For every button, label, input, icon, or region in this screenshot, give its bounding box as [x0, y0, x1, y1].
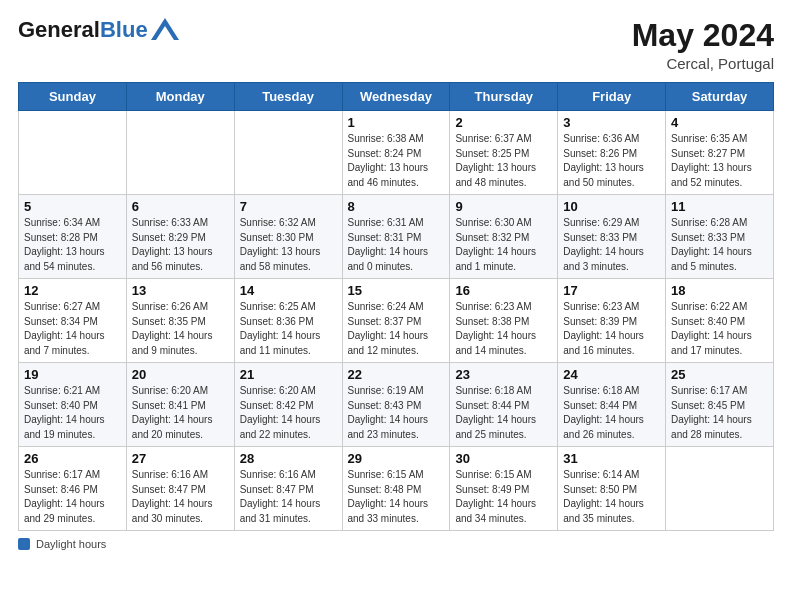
- day-number: 24: [563, 367, 660, 382]
- day-info: Sunrise: 6:20 AM Sunset: 8:42 PM Dayligh…: [240, 384, 337, 442]
- day-number: 31: [563, 451, 660, 466]
- day-number: 30: [455, 451, 552, 466]
- calendar-cell: 21Sunrise: 6:20 AM Sunset: 8:42 PM Dayli…: [234, 363, 342, 447]
- day-number: 7: [240, 199, 337, 214]
- calendar-cell: 29Sunrise: 6:15 AM Sunset: 8:48 PM Dayli…: [342, 447, 450, 531]
- calendar-cell: 6Sunrise: 6:33 AM Sunset: 8:29 PM Daylig…: [126, 195, 234, 279]
- calendar-cell: 18Sunrise: 6:22 AM Sunset: 8:40 PM Dayli…: [666, 279, 774, 363]
- day-info: Sunrise: 6:34 AM Sunset: 8:28 PM Dayligh…: [24, 216, 121, 274]
- day-number: 18: [671, 283, 768, 298]
- day-number: 27: [132, 451, 229, 466]
- calendar-header-friday: Friday: [558, 83, 666, 111]
- day-number: 23: [455, 367, 552, 382]
- calendar-cell: 19Sunrise: 6:21 AM Sunset: 8:40 PM Dayli…: [19, 363, 127, 447]
- calendar-cell: 9Sunrise: 6:30 AM Sunset: 8:32 PM Daylig…: [450, 195, 558, 279]
- page: GeneralBlue May 2024 Cercal, Portugal Su…: [0, 0, 792, 612]
- day-number: 21: [240, 367, 337, 382]
- logo-general: General: [18, 18, 100, 42]
- day-info: Sunrise: 6:20 AM Sunset: 8:41 PM Dayligh…: [132, 384, 229, 442]
- day-number: 28: [240, 451, 337, 466]
- logo: GeneralBlue: [18, 18, 179, 42]
- calendar-cell: [126, 111, 234, 195]
- calendar-table: SundayMondayTuesdayWednesdayThursdayFrid…: [18, 82, 774, 531]
- calendar-cell: [19, 111, 127, 195]
- day-info: Sunrise: 6:35 AM Sunset: 8:27 PM Dayligh…: [671, 132, 768, 190]
- calendar-header-monday: Monday: [126, 83, 234, 111]
- day-number: 29: [348, 451, 445, 466]
- day-info: Sunrise: 6:18 AM Sunset: 8:44 PM Dayligh…: [563, 384, 660, 442]
- calendar-cell: 22Sunrise: 6:19 AM Sunset: 8:43 PM Dayli…: [342, 363, 450, 447]
- day-number: 12: [24, 283, 121, 298]
- calendar-header-wednesday: Wednesday: [342, 83, 450, 111]
- calendar-cell: 1Sunrise: 6:38 AM Sunset: 8:24 PM Daylig…: [342, 111, 450, 195]
- day-number: 14: [240, 283, 337, 298]
- day-info: Sunrise: 6:22 AM Sunset: 8:40 PM Dayligh…: [671, 300, 768, 358]
- header: GeneralBlue May 2024 Cercal, Portugal: [18, 18, 774, 72]
- calendar-week-row: 12Sunrise: 6:27 AM Sunset: 8:34 PM Dayli…: [19, 279, 774, 363]
- day-info: Sunrise: 6:36 AM Sunset: 8:26 PM Dayligh…: [563, 132, 660, 190]
- footer-label: Daylight hours: [36, 538, 106, 550]
- day-number: 25: [671, 367, 768, 382]
- calendar-cell: 7Sunrise: 6:32 AM Sunset: 8:30 PM Daylig…: [234, 195, 342, 279]
- day-number: 2: [455, 115, 552, 130]
- day-info: Sunrise: 6:19 AM Sunset: 8:43 PM Dayligh…: [348, 384, 445, 442]
- day-number: 4: [671, 115, 768, 130]
- calendar-cell: 3Sunrise: 6:36 AM Sunset: 8:26 PM Daylig…: [558, 111, 666, 195]
- day-info: Sunrise: 6:21 AM Sunset: 8:40 PM Dayligh…: [24, 384, 121, 442]
- calendar-cell: 23Sunrise: 6:18 AM Sunset: 8:44 PM Dayli…: [450, 363, 558, 447]
- day-info: Sunrise: 6:23 AM Sunset: 8:38 PM Dayligh…: [455, 300, 552, 358]
- calendar-cell: [666, 447, 774, 531]
- calendar-week-row: 1Sunrise: 6:38 AM Sunset: 8:24 PM Daylig…: [19, 111, 774, 195]
- calendar-cell: 2Sunrise: 6:37 AM Sunset: 8:25 PM Daylig…: [450, 111, 558, 195]
- calendar-cell: [234, 111, 342, 195]
- day-info: Sunrise: 6:14 AM Sunset: 8:50 PM Dayligh…: [563, 468, 660, 526]
- day-number: 8: [348, 199, 445, 214]
- day-info: Sunrise: 6:30 AM Sunset: 8:32 PM Dayligh…: [455, 216, 552, 274]
- calendar-header-sunday: Sunday: [19, 83, 127, 111]
- day-info: Sunrise: 6:26 AM Sunset: 8:35 PM Dayligh…: [132, 300, 229, 358]
- calendar-header-thursday: Thursday: [450, 83, 558, 111]
- day-info: Sunrise: 6:24 AM Sunset: 8:37 PM Dayligh…: [348, 300, 445, 358]
- day-number: 22: [348, 367, 445, 382]
- day-number: 19: [24, 367, 121, 382]
- calendar-cell: 27Sunrise: 6:16 AM Sunset: 8:47 PM Dayli…: [126, 447, 234, 531]
- logo-icon: [151, 18, 179, 40]
- day-info: Sunrise: 6:29 AM Sunset: 8:33 PM Dayligh…: [563, 216, 660, 274]
- calendar-cell: 24Sunrise: 6:18 AM Sunset: 8:44 PM Dayli…: [558, 363, 666, 447]
- day-number: 6: [132, 199, 229, 214]
- location: Cercal, Portugal: [632, 55, 774, 72]
- day-info: Sunrise: 6:27 AM Sunset: 8:34 PM Dayligh…: [24, 300, 121, 358]
- calendar-week-row: 5Sunrise: 6:34 AM Sunset: 8:28 PM Daylig…: [19, 195, 774, 279]
- day-number: 26: [24, 451, 121, 466]
- calendar-cell: 30Sunrise: 6:15 AM Sunset: 8:49 PM Dayli…: [450, 447, 558, 531]
- day-number: 13: [132, 283, 229, 298]
- day-info: Sunrise: 6:18 AM Sunset: 8:44 PM Dayligh…: [455, 384, 552, 442]
- day-number: 10: [563, 199, 660, 214]
- day-number: 17: [563, 283, 660, 298]
- calendar-cell: 28Sunrise: 6:16 AM Sunset: 8:47 PM Dayli…: [234, 447, 342, 531]
- calendar-cell: 31Sunrise: 6:14 AM Sunset: 8:50 PM Dayli…: [558, 447, 666, 531]
- calendar-cell: 12Sunrise: 6:27 AM Sunset: 8:34 PM Dayli…: [19, 279, 127, 363]
- calendar-week-row: 26Sunrise: 6:17 AM Sunset: 8:46 PM Dayli…: [19, 447, 774, 531]
- calendar-header-tuesday: Tuesday: [234, 83, 342, 111]
- day-info: Sunrise: 6:32 AM Sunset: 8:30 PM Dayligh…: [240, 216, 337, 274]
- day-info: Sunrise: 6:38 AM Sunset: 8:24 PM Dayligh…: [348, 132, 445, 190]
- day-info: Sunrise: 6:28 AM Sunset: 8:33 PM Dayligh…: [671, 216, 768, 274]
- calendar-cell: 20Sunrise: 6:20 AM Sunset: 8:41 PM Dayli…: [126, 363, 234, 447]
- calendar-cell: 10Sunrise: 6:29 AM Sunset: 8:33 PM Dayli…: [558, 195, 666, 279]
- calendar-week-row: 19Sunrise: 6:21 AM Sunset: 8:40 PM Dayli…: [19, 363, 774, 447]
- daylight-indicator: [18, 538, 30, 550]
- calendar-cell: 4Sunrise: 6:35 AM Sunset: 8:27 PM Daylig…: [666, 111, 774, 195]
- day-number: 9: [455, 199, 552, 214]
- logo-blue: Blue: [100, 18, 148, 42]
- day-number: 3: [563, 115, 660, 130]
- day-info: Sunrise: 6:16 AM Sunset: 8:47 PM Dayligh…: [132, 468, 229, 526]
- day-info: Sunrise: 6:23 AM Sunset: 8:39 PM Dayligh…: [563, 300, 660, 358]
- calendar-cell: 25Sunrise: 6:17 AM Sunset: 8:45 PM Dayli…: [666, 363, 774, 447]
- calendar-header-saturday: Saturday: [666, 83, 774, 111]
- day-info: Sunrise: 6:31 AM Sunset: 8:31 PM Dayligh…: [348, 216, 445, 274]
- calendar-cell: 15Sunrise: 6:24 AM Sunset: 8:37 PM Dayli…: [342, 279, 450, 363]
- day-info: Sunrise: 6:16 AM Sunset: 8:47 PM Dayligh…: [240, 468, 337, 526]
- month-year: May 2024: [632, 18, 774, 53]
- title-block: May 2024 Cercal, Portugal: [632, 18, 774, 72]
